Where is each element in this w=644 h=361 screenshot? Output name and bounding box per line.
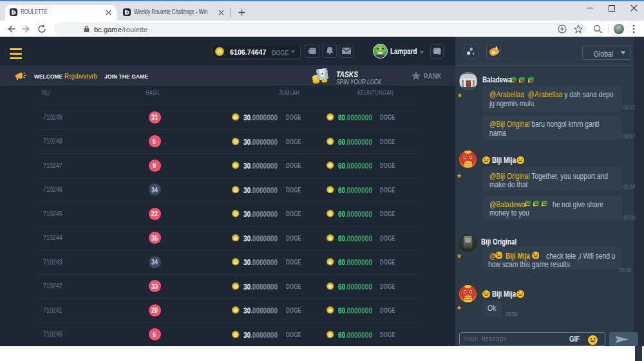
svg-text:Đ: Đ bbox=[329, 260, 332, 264]
svg-text:Đ: Đ bbox=[329, 332, 332, 337]
svg-text:Đ: Đ bbox=[329, 308, 332, 313]
svg-text:Đ: Đ bbox=[234, 236, 238, 240]
svg-text:B: B bbox=[491, 50, 495, 55]
svg-text:Đ: Đ bbox=[234, 332, 238, 337]
svg-text:Đ: Đ bbox=[329, 236, 332, 240]
svg-text:Đ: Đ bbox=[329, 163, 332, 168]
svg-text:Đ: Đ bbox=[234, 212, 238, 216]
svg-text:Đ: Đ bbox=[234, 284, 238, 288]
svg-text:Đ: Đ bbox=[234, 260, 238, 264]
svg-text:Đ: Đ bbox=[329, 284, 332, 288]
svg-text:Đ: Đ bbox=[218, 48, 222, 55]
svg-text:Đ: Đ bbox=[234, 308, 238, 313]
svg-text:Đ: Đ bbox=[234, 163, 238, 168]
svg-text:Đ: Đ bbox=[234, 139, 238, 143]
svg-text:Đ: Đ bbox=[329, 212, 332, 216]
svg-text:Đ: Đ bbox=[329, 139, 332, 143]
svg-text:Đ: Đ bbox=[329, 115, 332, 120]
svg-text:Đ: Đ bbox=[234, 115, 238, 120]
svg-text:Đ: Đ bbox=[234, 187, 238, 192]
svg-text:Đ: Đ bbox=[329, 187, 332, 192]
